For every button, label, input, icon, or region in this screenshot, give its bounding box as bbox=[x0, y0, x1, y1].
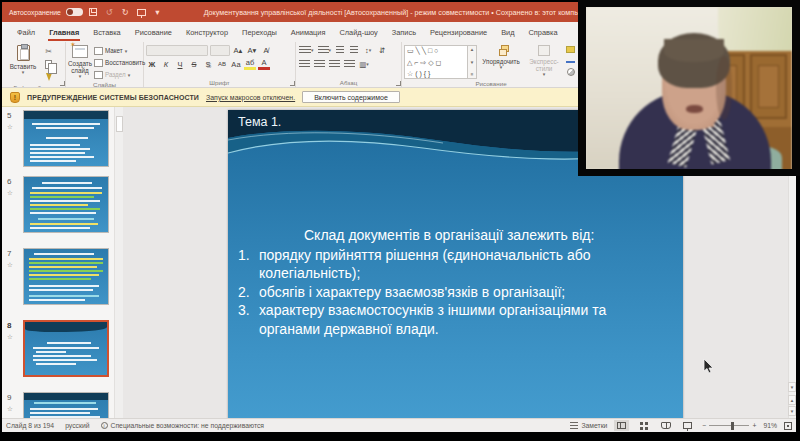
group-font: А▴ А▾ А̸ Ж К Ч S S АВ Аа аб А bbox=[144, 42, 296, 87]
fit-slide-to-window-icon[interactable] bbox=[784, 422, 792, 430]
slide-body-text[interactable]: Склад документів в організації залежить … bbox=[238, 226, 671, 339]
paste-button[interactable]: Вставить ▾ bbox=[6, 43, 40, 76]
redo-icon[interactable]: ↻ bbox=[120, 7, 131, 18]
columns-icon[interactable]: ▥▾ bbox=[358, 58, 370, 70]
accessibility-icon: i bbox=[101, 422, 108, 429]
tab-insert[interactable]: Вставка bbox=[86, 25, 127, 41]
thumbnail-image[interactable] bbox=[23, 176, 109, 233]
tab-slideshow[interactable]: Слайд-шоу bbox=[332, 25, 384, 41]
tab-review[interactable]: Рецензирование bbox=[423, 25, 494, 41]
notes-button[interactable]: Заметки bbox=[570, 422, 607, 429]
accessibility-status[interactable]: i Специальные возможности: не поддержива… bbox=[101, 422, 265, 429]
shape-fill-icon[interactable] bbox=[565, 45, 576, 54]
change-case-button[interactable]: Аа bbox=[230, 58, 242, 70]
section-button[interactable]: Раздел▾ bbox=[94, 69, 145, 80]
thumbnail-image[interactable] bbox=[23, 248, 109, 305]
thumbnail-image[interactable] bbox=[23, 110, 109, 167]
clipboard-dialog-launcher[interactable] bbox=[60, 81, 65, 86]
slide-sorter-view-button[interactable] bbox=[636, 420, 651, 431]
align-left-icon[interactable] bbox=[298, 58, 311, 70]
increase-indent-icon[interactable] bbox=[348, 44, 360, 56]
thumbnail-scrollbar-thumb[interactable] bbox=[116, 116, 123, 132]
text-direction-icon[interactable]: ⇵ bbox=[376, 44, 388, 56]
scroll-down-icon[interactable]: ▼ bbox=[788, 382, 796, 392]
arrange-button[interactable]: Упорядочить ▾ bbox=[479, 43, 523, 71]
shapes-gallery[interactable]: ▭ ╲ ╲ □ ○ △ ⌐ ⇨ ◇ ◻ ☆ ( ) { } bbox=[404, 45, 468, 79]
tab-transitions[interactable]: Переходы bbox=[235, 25, 284, 41]
thumbnail-scrollbar[interactable] bbox=[114, 107, 123, 418]
slideshow-view-button[interactable] bbox=[680, 420, 695, 431]
italic-button[interactable]: К bbox=[160, 58, 172, 70]
highlight-color-button[interactable]: аб bbox=[244, 58, 256, 70]
zoom-percentage[interactable]: 91% bbox=[763, 422, 777, 429]
character-spacing-button[interactable]: АВ bbox=[216, 58, 228, 70]
next-slide-icon[interactable]: ▼ bbox=[788, 406, 796, 416]
screen-frame: Документування управлінської діяльності … bbox=[0, 0, 800, 441]
align-center-icon[interactable] bbox=[313, 58, 326, 70]
decrease-indent-icon[interactable] bbox=[334, 44, 346, 56]
font-name-combo[interactable] bbox=[146, 45, 208, 56]
paste-icon bbox=[17, 45, 30, 61]
font-dialog-launcher[interactable] bbox=[290, 81, 295, 86]
thumbnail-number: 7 bbox=[7, 249, 11, 258]
qat-customize-icon[interactable]: ▾ bbox=[152, 7, 163, 18]
text-shadow-button[interactable]: S bbox=[202, 58, 214, 70]
tab-draw[interactable]: Рисование bbox=[128, 25, 179, 41]
numbering-icon[interactable]: ▾ bbox=[317, 44, 333, 56]
status-bar: Слайд 8 из 194 русский i Специальные воз… bbox=[2, 418, 796, 432]
shape-effects-icon[interactable] bbox=[565, 67, 576, 76]
slide-title-text[interactable]: Тема 1. bbox=[238, 115, 281, 129]
previous-slide-icon[interactable]: ▲ bbox=[788, 395, 796, 405]
align-right-icon[interactable] bbox=[328, 58, 341, 70]
tab-view[interactable]: Вид bbox=[494, 25, 521, 41]
paragraph-dialog-launcher[interactable] bbox=[396, 81, 401, 86]
strikethrough-button[interactable]: S bbox=[188, 58, 200, 70]
reading-view-button[interactable] bbox=[658, 420, 673, 431]
shrink-font-icon[interactable]: А▾ bbox=[246, 44, 258, 56]
clear-formatting-icon[interactable]: А̸ bbox=[260, 44, 272, 56]
thumbnail-number: 5 bbox=[7, 111, 11, 120]
zoom-in-button[interactable]: + bbox=[752, 422, 756, 429]
tab-design[interactable]: Конструктор bbox=[179, 25, 235, 41]
font-color-button[interactable]: А bbox=[258, 58, 270, 70]
slideshow-from-start-icon[interactable] bbox=[136, 7, 147, 18]
group-label-drawing: Рисование bbox=[404, 79, 578, 88]
shapes-gallery-scroll[interactable]: ▲▼≡ bbox=[468, 45, 477, 79]
bold-button[interactable]: Ж bbox=[146, 58, 158, 70]
zoom-slider[interactable] bbox=[709, 425, 749, 426]
webcam-video bbox=[586, 7, 792, 169]
justify-icon[interactable] bbox=[343, 58, 356, 70]
font-size-combo[interactable] bbox=[210, 45, 230, 56]
macros-disabled-link[interactable]: Запуск макросов отключен. bbox=[206, 94, 295, 101]
save-icon[interactable] bbox=[88, 7, 99, 18]
bullets-icon[interactable]: ▾ bbox=[298, 44, 315, 56]
layout-button[interactable]: Макет▾ bbox=[94, 45, 145, 56]
tab-home[interactable]: Главная bbox=[42, 25, 86, 41]
cut-icon[interactable]: ✂ bbox=[42, 45, 55, 57]
grow-font-icon[interactable]: А▴ bbox=[232, 44, 244, 56]
copy-icon[interactable] bbox=[42, 58, 55, 70]
security-shield-icon: ! bbox=[10, 92, 20, 103]
tab-animations[interactable]: Анимация bbox=[284, 25, 333, 41]
language-indicator[interactable]: русский bbox=[65, 422, 89, 429]
animation-star-icon: ☆ bbox=[7, 261, 13, 269]
new-slide-button[interactable]: Создать слайд ▾ bbox=[68, 43, 92, 80]
underline-button[interactable]: Ч bbox=[174, 58, 186, 70]
tab-file[interactable]: Файл bbox=[10, 25, 42, 41]
thumbnail-image[interactable] bbox=[23, 320, 109, 377]
tab-help[interactable]: Справка bbox=[522, 25, 565, 41]
zoom-slider-knob[interactable] bbox=[731, 422, 734, 430]
zoom-out-button[interactable]: − bbox=[702, 422, 706, 429]
line-spacing-icon[interactable]: ↕▾ bbox=[362, 44, 374, 56]
thumbnail-image[interactable] bbox=[23, 392, 109, 418]
tab-record[interactable]: Запись bbox=[385, 25, 423, 41]
enable-content-button[interactable]: Включить содержимое bbox=[302, 91, 400, 103]
quick-styles-button[interactable]: Экспресс-стили ▾ bbox=[525, 43, 563, 78]
autosave-toggle[interactable] bbox=[66, 8, 83, 16]
normal-view-button[interactable] bbox=[614, 420, 629, 431]
undo-icon[interactable]: ↺ bbox=[104, 7, 115, 18]
animation-star-icon: ☆ bbox=[7, 189, 13, 197]
webcam-scene bbox=[586, 7, 792, 169]
reset-button[interactable]: Восстановить bbox=[94, 57, 145, 68]
shape-outline-icon[interactable] bbox=[565, 56, 576, 65]
